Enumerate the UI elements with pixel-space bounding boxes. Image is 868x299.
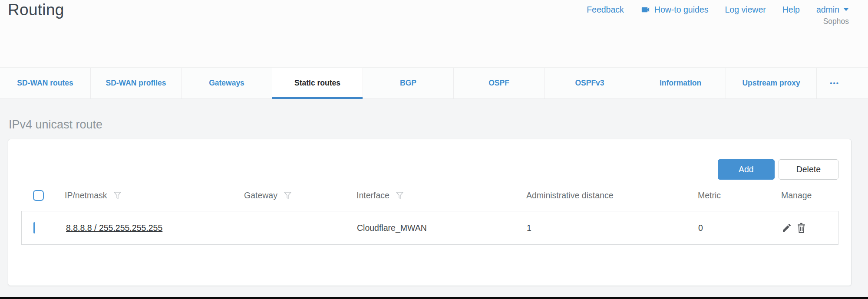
add-button[interactable]: Add (718, 159, 775, 180)
top-nav: Feedback How-to guides Log viewer Help a… (587, 5, 849, 26)
help-link[interactable]: Help (782, 5, 800, 15)
admin-menu[interactable]: admin (816, 5, 849, 15)
filter-icon[interactable] (283, 191, 292, 200)
tab-bgp[interactable]: BGP (363, 68, 454, 99)
section-heading: IPv4 unicast route (9, 118, 851, 131)
column-header-ip-netmask: IP/netmask (65, 191, 107, 200)
metric-cell: 0 (698, 223, 773, 233)
tab-sdwan-routes[interactable]: SD-WAN routes (0, 68, 91, 99)
route-link[interactable]: 8.8.8.8 / 255.255.255.255 (66, 223, 162, 233)
table-actions: Add Delete (8, 139, 851, 180)
edit-icon[interactable] (782, 223, 792, 233)
feedback-link[interactable]: Feedback (587, 5, 624, 15)
howto-guides-link[interactable]: How-to guides (640, 5, 709, 15)
page-header: Routing Feedback How-to guides Log viewe… (0, 0, 868, 67)
tab-sdwan-profiles[interactable]: SD-WAN profiles (91, 68, 182, 99)
table-row: 8.8.8.8 / 255.255.255.255 Cloudflare_MWA… (21, 211, 838, 245)
trash-icon[interactable] (796, 222, 806, 233)
filter-icon[interactable] (113, 191, 122, 200)
log-viewer-link[interactable]: Log viewer (725, 5, 766, 15)
tab-ospfv3[interactable]: OSPFv3 (545, 68, 635, 99)
bottom-edge-bar (0, 297, 868, 299)
tab-upstream-proxy[interactable]: Upstream proxy (726, 68, 817, 99)
tab-information[interactable]: Information (635, 68, 726, 99)
page-title: Routing (8, 1, 64, 19)
video-camera-icon (640, 5, 650, 15)
routes-table: IP/netmask Gateway Interface (21, 180, 838, 245)
manage-cell (773, 222, 838, 233)
column-header-metric: Metric (698, 191, 721, 200)
row-checkbox[interactable] (33, 222, 35, 233)
column-header-administrative-distance: Administrative distance (526, 191, 614, 200)
interface-cell: Cloudflare_MWAN (357, 223, 527, 233)
howto-guides-label: How-to guides (654, 5, 709, 15)
select-all-checkbox[interactable] (33, 190, 44, 201)
admin-label: admin (816, 5, 839, 15)
content-area: IPv4 unicast route Add Delete IP/netmask… (0, 99, 868, 299)
column-header-gateway: Gateway (244, 191, 277, 200)
more-tabs-ellipsis-icon[interactable]: ••• (818, 68, 851, 99)
column-header-manage: Manage (781, 191, 812, 200)
filter-icon[interactable] (395, 191, 404, 200)
tab-bar: SD-WAN routes SD-WAN profiles Gateways S… (0, 67, 868, 99)
brand-label: Sophos (587, 17, 849, 26)
delete-button[interactable]: Delete (779, 159, 838, 180)
tab-ospf[interactable]: OSPF (454, 68, 545, 99)
table-header-row: IP/netmask Gateway Interface (21, 180, 838, 211)
administrative-distance-cell: 1 (527, 223, 698, 233)
tab-gateways[interactable]: Gateways (182, 68, 272, 99)
chevron-down-icon (843, 8, 849, 12)
tab-static-routes[interactable]: Static routes (272, 68, 363, 99)
column-header-interface: Interface (356, 191, 389, 200)
routes-card: Add Delete IP/netmask Gateway (8, 139, 851, 286)
